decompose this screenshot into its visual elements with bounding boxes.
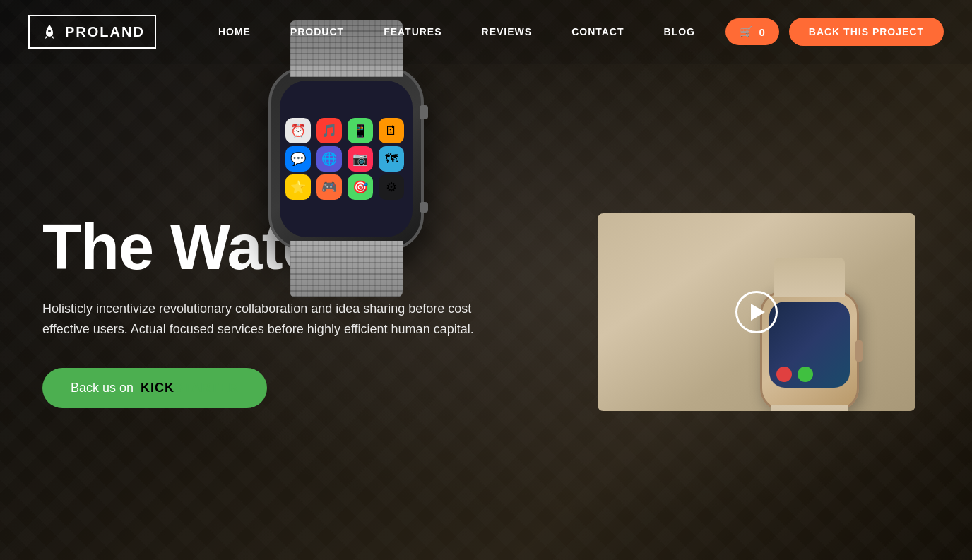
hero-subtitle: Holisticly incentivize revolutionary col… bbox=[42, 299, 494, 340]
app-icon-4: 💬 bbox=[285, 146, 311, 172]
logo[interactable]: PROLAND bbox=[28, 15, 156, 49]
nav-blog[interactable]: BLOG bbox=[644, 0, 715, 64]
app-icon-6: 📷 bbox=[348, 146, 373, 172]
strap-dots bbox=[771, 405, 848, 411]
side-watch-screen bbox=[769, 302, 850, 388]
nav-actions: 🛒 0 BACK THIS PROJECT bbox=[725, 18, 944, 46]
watch-crown-top bbox=[420, 105, 428, 119]
hero-right-panel bbox=[598, 213, 915, 411]
app-icon-9: 🎮 bbox=[316, 174, 342, 200]
video-panel[interactable] bbox=[598, 213, 915, 411]
watch-screen: ⏰🎵📱🗓💬🌐📷🗺⭐🎮🎯⚙ bbox=[280, 81, 413, 237]
nav-product[interactable]: PRODUCT bbox=[271, 0, 364, 64]
cart-count: 0 bbox=[759, 26, 764, 38]
kickstarter-brand: KICKSTARTER bbox=[141, 381, 239, 395]
logo-text: PROLAND bbox=[65, 24, 145, 40]
app-icon-0: ⏰ bbox=[285, 118, 311, 143]
side-screen-content bbox=[769, 302, 850, 388]
nav-links: HOME PRODUCT FEATURES REVIEWS CONTACT BL… bbox=[198, 0, 726, 64]
watch-body: ⏰🎵📱🗓💬🌐📷🗺⭐🎮🎯⚙ bbox=[268, 67, 424, 251]
side-strap-top bbox=[774, 258, 845, 297]
nav-contact[interactable]: CONTACT bbox=[552, 0, 644, 64]
app-icon-7: 🗺 bbox=[379, 146, 404, 172]
rocket-icon bbox=[40, 22, 59, 42]
play-icon bbox=[751, 304, 765, 321]
cta-prefix: Back us on bbox=[71, 381, 134, 395]
app-icon-10: 🎯 bbox=[348, 174, 373, 200]
side-strap-bottom bbox=[771, 405, 848, 411]
app-icon-5: 🌐 bbox=[316, 146, 342, 172]
app-icon-1: 🎵 bbox=[316, 118, 342, 143]
app-icon-2: 📱 bbox=[348, 118, 373, 143]
watch-btn-red bbox=[776, 367, 792, 382]
hero-section: PROLAND HOME PRODUCT FEATURES REVIEWS CO… bbox=[0, 0, 972, 560]
hero-content: The Watch Holisticly incentivize revolut… bbox=[0, 0, 972, 560]
strap-weave-bottom bbox=[290, 241, 403, 297]
cart-button[interactable]: 🛒 0 bbox=[725, 18, 778, 45]
app-icon-3: 🗓 bbox=[379, 118, 404, 143]
nav-reviews[interactable]: REVIEWS bbox=[462, 0, 552, 64]
navbar: PROLAND HOME PRODUCT FEATURES REVIEWS CO… bbox=[0, 0, 972, 64]
side-watch-crown bbox=[855, 340, 863, 362]
app-icon-8: ⭐ bbox=[285, 174, 311, 200]
watch-crown-bottom bbox=[420, 202, 428, 213]
watch-buttons bbox=[769, 367, 850, 382]
back-project-button[interactable]: BACK THIS PROJECT bbox=[789, 18, 944, 46]
watch-strap-bottom bbox=[290, 241, 403, 297]
kickstarter-button[interactable]: Back us on KICKSTARTER bbox=[42, 368, 267, 408]
play-button[interactable] bbox=[735, 291, 778, 333]
svg-point-0 bbox=[48, 30, 51, 32]
kickstarter-brand-colored: STARTER bbox=[174, 381, 239, 395]
cart-icon: 🛒 bbox=[740, 25, 753, 38]
app-icon-11: ⚙ bbox=[379, 174, 404, 200]
main-watch: ⏰🎵📱🗓💬🌐📷🗺⭐🎮🎯⚙ bbox=[268, 67, 438, 272]
nav-home[interactable]: HOME bbox=[198, 0, 271, 64]
nav-features[interactable]: FEATURES bbox=[364, 0, 461, 64]
watch-btn-green bbox=[798, 367, 813, 382]
